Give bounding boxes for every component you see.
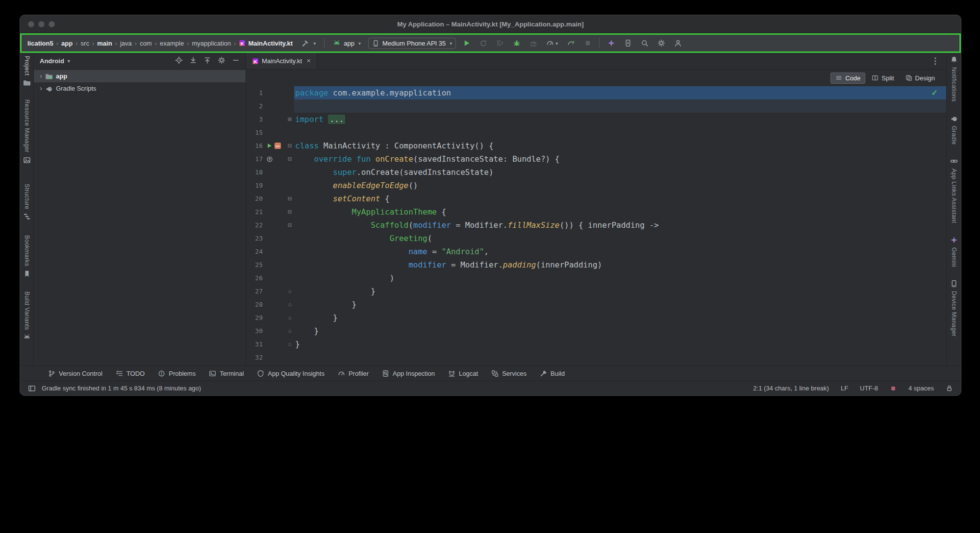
code-line-31[interactable]: 31⌂} — [246, 338, 946, 351]
code-line-28[interactable]: 28⌂ } — [246, 298, 946, 311]
run-configuration-selector[interactable]: app▾ — [329, 38, 364, 48]
tool-window-layout-icon[interactable] — [28, 385, 36, 392]
line-number[interactable]: 17 — [246, 152, 263, 166]
device-selector[interactable]: Medium Phone API 35▾ — [368, 38, 456, 49]
code-text[interactable]: } — [294, 338, 946, 351]
line-number[interactable]: 22 — [246, 218, 263, 232]
fold-marker-icon[interactable]: ⊟ — [285, 152, 294, 166]
code-line-26[interactable]: 26 ) — [246, 271, 946, 285]
gear-button[interactable] — [218, 56, 226, 66]
code-text[interactable] — [294, 126, 946, 139]
mode-design-button[interactable]: Design — [901, 73, 940, 84]
caret-position-widget[interactable]: 2:1 (34 chars, 1 line break) — [753, 385, 829, 392]
fold-marker-icon[interactable]: ⌂ — [285, 298, 294, 311]
line-number[interactable]: 15 — [246, 126, 263, 139]
line-number[interactable]: 18 — [246, 166, 263, 179]
fold-marker-icon[interactable]: ⌂ — [285, 311, 294, 324]
expand-chevron-icon[interactable]: › — [40, 72, 42, 79]
fold-marker-icon[interactable]: ⊟ — [285, 192, 294, 205]
code-text[interactable]: modifier = Modifier.padding(innerPadding… — [294, 258, 946, 271]
code-text[interactable]: } — [294, 298, 946, 311]
code-text[interactable]: import ... — [294, 113, 946, 126]
profile-low-overhead-button[interactable] — [564, 37, 578, 49]
run-gutter-icon[interactable] — [266, 143, 273, 149]
close-tab-icon[interactable]: ✕ — [306, 58, 311, 64]
line-number[interactable]: 26 — [246, 271, 263, 285]
tool-window-terminal-button[interactable]: Terminal — [209, 370, 244, 377]
code-text[interactable]: ) — [294, 271, 946, 285]
apply-changes-button[interactable] — [477, 37, 490, 49]
code-line-22[interactable]: 22⊟ Scaffold(modifier = Modifier.fillMax… — [246, 218, 946, 232]
code-text[interactable]: } — [294, 311, 946, 324]
status-message[interactable]: Gradle sync finished in 1 m 45 s 834 ms … — [42, 385, 201, 392]
project-view-selector[interactable]: Android▾ — [40, 57, 70, 65]
code-text[interactable]: Greeting( — [294, 232, 946, 245]
line-number[interactable]: 23 — [246, 232, 263, 245]
running-devices-button[interactable] — [621, 37, 634, 49]
code-text[interactable]: super.onCreate(savedInstanceState) — [294, 166, 946, 179]
profile-button[interactable] — [527, 37, 540, 49]
line-number[interactable]: 16 — [246, 139, 263, 152]
code-line-30[interactable]: 30⌂ } — [246, 324, 946, 338]
line-number[interactable]: 27 — [246, 285, 263, 298]
tree-item-app[interactable]: ›app — [34, 70, 246, 82]
down-to-line-button[interactable] — [189, 56, 197, 66]
settings-button[interactable] — [654, 37, 668, 49]
code-area[interactable]: 1package com.example.myapplication23⊞imp… — [246, 86, 946, 365]
encoding-widget[interactable]: UTF-8 — [860, 385, 878, 392]
breadcrumb-item-com[interactable]: com — [138, 39, 153, 48]
code-line-20[interactable]: 20⊟ setContent { — [246, 192, 946, 205]
override-gutter-icon[interactable] — [266, 156, 273, 163]
code-text[interactable]: } — [294, 285, 946, 298]
inspection-status-icon[interactable]: ✓ — [931, 88, 938, 97]
tool-window-version-control-button[interactable]: Version Control — [48, 370, 102, 377]
zoom-window-button[interactable] — [49, 21, 55, 27]
tool-strip-item-app-links-assistant[interactable]: App Links Assistant — [950, 157, 958, 223]
code-line-27[interactable]: 27⌂ } — [246, 285, 946, 298]
code-text[interactable]: override fun onCreate(savedInstanceState… — [294, 152, 946, 166]
code-text[interactable]: package com.example.myapplication — [294, 86, 946, 99]
line-number[interactable]: 20 — [246, 192, 263, 205]
code-line-2[interactable]: 2 — [246, 99, 946, 113]
tool-strip-item-device-manager[interactable]: Device Manager — [950, 280, 958, 337]
fold-marker-icon[interactable]: ⊞ — [285, 113, 294, 126]
code-line-1[interactable]: 1package com.example.myapplication — [246, 86, 946, 99]
breadcrumb-item-example[interactable]: example — [158, 39, 185, 48]
tool-window-build-button[interactable]: Build — [540, 370, 565, 377]
code-line-24[interactable]: 24 name = "Android", — [246, 245, 946, 258]
tool-window-app-inspection-button[interactable]: App Inspection — [382, 370, 435, 377]
code-line-16[interactable]: 16<>⊟class MainActivity : ComponentActiv… — [246, 139, 946, 152]
fold-marker-icon[interactable]: ⌂ — [285, 324, 294, 338]
breadcrumb-item-lication5[interactable]: lication5 — [26, 39, 55, 48]
tool-window-todo-button[interactable]: TODO — [116, 370, 145, 377]
tool-strip-item-project[interactable]: Project — [23, 56, 31, 87]
code-text[interactable]: name = "Android", — [294, 245, 946, 258]
indent-widget[interactable]: 4 spaces — [908, 385, 934, 392]
apply-code-changes-button[interactable] — [493, 37, 506, 49]
line-number[interactable]: 32 — [246, 351, 263, 364]
tool-strip-item-build-variants[interactable]: Build Variants — [23, 291, 31, 341]
fold-marker-icon[interactable]: ⌂ — [285, 338, 294, 351]
line-number[interactable]: 19 — [246, 179, 263, 192]
breadcrumb-item-myapplication[interactable]: myapplication — [191, 39, 233, 48]
tool-strip-item-bookmarks[interactable]: Bookmarks — [23, 235, 31, 278]
line-number[interactable]: 28 — [246, 298, 263, 311]
stop-button[interactable] — [581, 37, 594, 49]
tool-strip-item-gradle[interactable]: Gradle — [950, 115, 958, 145]
line-number[interactable]: 31 — [246, 338, 263, 351]
tool-strip-item-notifications[interactable]: Notifications — [950, 56, 958, 102]
code-line-29[interactable]: 29⌂ } — [246, 311, 946, 324]
tool-window-services-button[interactable]: Services — [491, 370, 527, 377]
tool-strip-item-resource-manager[interactable]: Resource Manager — [23, 99, 31, 164]
line-number[interactable]: 3 — [246, 113, 263, 126]
code-text[interactable]: class MainActivity : ComponentActivity()… — [294, 139, 946, 152]
mode-split-button[interactable]: Split — [867, 73, 899, 84]
tab-mainactivity[interactable]: K MainActivity.kt ✕ — [246, 53, 317, 69]
tool-window-problems-button[interactable]: Problems — [158, 370, 196, 377]
highlighting-widget-icon[interactable] — [890, 385, 897, 392]
tree-item-gradle-scripts[interactable]: ›Gradle Scripts — [34, 82, 246, 95]
up-to-line-button[interactable] — [203, 56, 211, 66]
breadcrumb-item-main[interactable]: main — [96, 39, 113, 48]
line-number[interactable]: 21 — [246, 205, 263, 218]
code-text[interactable]: enableEdgeToEdge() — [294, 179, 946, 192]
